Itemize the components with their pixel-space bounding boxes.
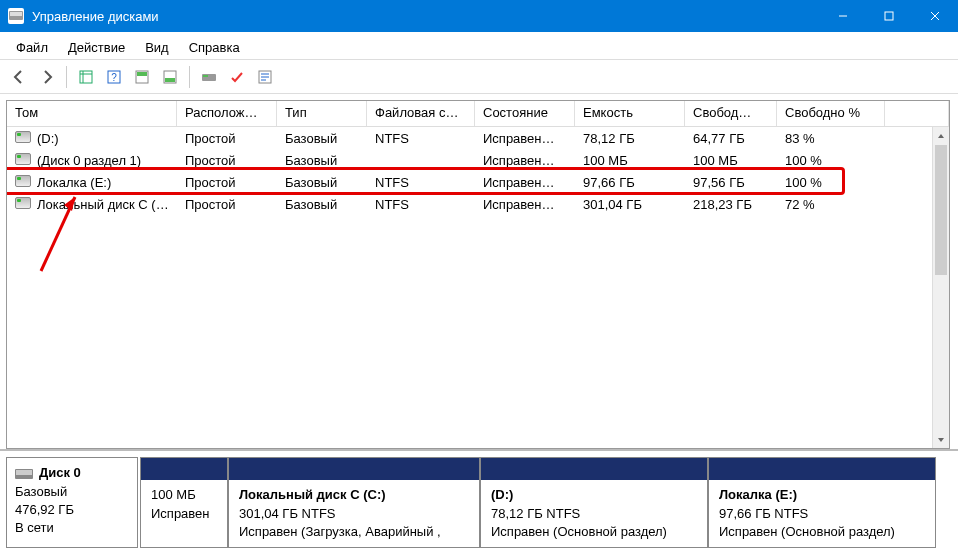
partition-title: (D:) <box>491 487 513 502</box>
minimize-button[interactable] <box>820 0 866 32</box>
menu-view[interactable]: Вид <box>135 36 179 59</box>
cell-freepct: 100 % <box>777 174 885 191</box>
menu-action[interactable]: Действие <box>58 36 135 59</box>
partition-status: Исправен (Загрузка, Аварийный , <box>239 524 441 539</box>
svg-text:?: ? <box>111 72 117 83</box>
menu-help[interactable]: Справка <box>179 36 250 59</box>
volume-icon <box>15 131 31 143</box>
app-icon <box>8 8 24 24</box>
disk-capacity: 476,92 ГБ <box>15 502 74 517</box>
view-bottom-button[interactable] <box>157 64 183 90</box>
volume-name: Локальный диск C (… <box>37 197 169 212</box>
svg-rect-11 <box>203 75 208 77</box>
partition-size: 100 МБ <box>151 487 196 502</box>
partition[interactable]: Локалка (E:)97,66 ГБ NTFSИсправен (Основ… <box>708 457 936 548</box>
svg-rect-1 <box>10 12 22 16</box>
volume-icon <box>15 197 31 209</box>
cell-capacity: 301,04 ГБ <box>575 196 685 213</box>
menu-file[interactable]: Файл <box>6 36 58 59</box>
cell-status: Исправен… <box>475 130 575 147</box>
vertical-scrollbar[interactable] <box>932 127 949 448</box>
cell-free: 218,23 ГБ <box>685 196 777 213</box>
cell-type: Базовый <box>277 152 367 169</box>
toolbar: ? <box>0 60 958 94</box>
maximize-button[interactable] <box>866 0 912 32</box>
partition-title: Локалка (E:) <box>719 487 797 502</box>
column-spacer <box>885 101 949 126</box>
svg-rect-9 <box>165 78 175 82</box>
svg-rect-16 <box>16 470 32 475</box>
properties-button[interactable] <box>252 64 278 90</box>
column-free[interactable]: Свобод… <box>685 101 777 126</box>
disk-icon <box>15 467 33 481</box>
disk-name: Диск 0 <box>39 465 81 480</box>
cell-layout: Простой <box>177 174 277 191</box>
cell-type: Базовый <box>277 174 367 191</box>
partition[interactable]: (D:)78,12 ГБ NTFSИсправен (Основной разд… <box>480 457 708 548</box>
scroll-thumb[interactable] <box>935 145 947 275</box>
disk-status: В сети <box>15 520 54 535</box>
partition-status: Исправен (Основной раздел) <box>491 524 667 539</box>
partition[interactable]: Локальный диск C (C:)301,04 ГБ NTFSИспра… <box>228 457 480 548</box>
settings-button[interactable] <box>196 64 222 90</box>
column-fs[interactable]: Файловая с… <box>367 101 475 126</box>
table-row[interactable]: (Диск 0 раздел 1)ПростойБазовыйИсправен…… <box>7 149 949 171</box>
disk-header[interactable]: Диск 0 Базовый 476,92 ГБ В сети <box>6 457 138 548</box>
partition-color-bar <box>481 458 707 480</box>
back-button[interactable] <box>6 64 32 90</box>
column-type[interactable]: Тип <box>277 101 367 126</box>
disk-map-pane: Диск 0 Базовый 476,92 ГБ В сети 100 МБИс… <box>0 449 958 556</box>
cell-fs: NTFS <box>367 196 475 213</box>
partition-size: 97,66 ГБ NTFS <box>719 506 808 521</box>
svg-rect-3 <box>80 71 92 83</box>
cell-status: Исправен… <box>475 174 575 191</box>
cell-type: Базовый <box>277 196 367 213</box>
column-status[interactable]: Состояние <box>475 101 575 126</box>
scroll-down-button[interactable] <box>933 431 949 448</box>
table-row[interactable]: Локальный диск C (…ПростойБазовыйNTFSИсп… <box>7 193 949 215</box>
cell-free: 97,56 ГБ <box>685 174 777 191</box>
cell-freepct: 83 % <box>777 130 885 147</box>
volume-name: Локалка (E:) <box>37 175 111 190</box>
disk-type: Базовый <box>15 484 67 499</box>
table-row[interactable]: (D:)ПростойБазовыйNTFSИсправен…78,12 ГБ6… <box>7 127 949 149</box>
cell-layout: Простой <box>177 152 277 169</box>
cell-fs: NTFS <box>367 130 475 147</box>
table-row[interactable]: Локалка (E:)ПростойБазовыйNTFSИсправен…9… <box>7 171 949 193</box>
column-volume[interactable]: Том <box>7 101 177 126</box>
cell-fs <box>367 159 475 161</box>
forward-button[interactable] <box>34 64 60 90</box>
partition-size: 78,12 ГБ NTFS <box>491 506 580 521</box>
volume-icon <box>15 175 31 187</box>
cell-free: 100 МБ <box>685 152 777 169</box>
titlebar: Управление дисками <box>0 0 958 32</box>
volume-list-pane: Том Располож… Тип Файловая с… Состояние … <box>6 100 950 449</box>
volume-name: (D:) <box>37 131 59 146</box>
partition-title: Локальный диск C (C:) <box>239 487 386 502</box>
cell-status: Исправен… <box>475 196 575 213</box>
partition-color-bar <box>709 458 935 480</box>
cell-type: Базовый <box>277 130 367 147</box>
cell-status: Исправен… <box>475 152 575 169</box>
column-freepct[interactable]: Свободно % <box>777 101 885 126</box>
svg-rect-2 <box>885 12 893 20</box>
column-capacity[interactable]: Емкость <box>575 101 685 126</box>
close-button[interactable] <box>912 0 958 32</box>
view-top-button[interactable] <box>129 64 155 90</box>
refresh-button[interactable] <box>224 64 250 90</box>
column-layout[interactable]: Располож… <box>177 101 277 126</box>
svg-rect-7 <box>137 72 147 76</box>
show-hide-tree-button[interactable] <box>73 64 99 90</box>
cell-layout: Простой <box>177 196 277 213</box>
help-button[interactable]: ? <box>101 64 127 90</box>
partition[interactable]: 100 МБИсправен <box>140 457 228 548</box>
volume-name: (Диск 0 раздел 1) <box>37 153 141 168</box>
partition-size: 301,04 ГБ NTFS <box>239 506 336 521</box>
partition-color-bar <box>141 458 227 480</box>
menubar: Файл Действие Вид Справка <box>0 32 958 60</box>
partition-status: Исправен <box>151 506 210 521</box>
partition-color-bar <box>229 458 479 480</box>
cell-layout: Простой <box>177 130 277 147</box>
scroll-up-button[interactable] <box>933 127 949 144</box>
volume-icon <box>15 153 31 165</box>
